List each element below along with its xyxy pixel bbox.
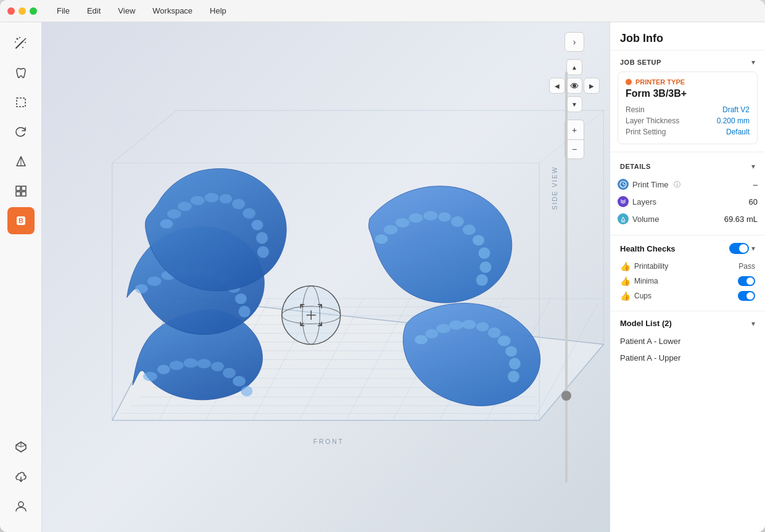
svg-line-17 bbox=[21, 445, 26, 447]
print-setting-label: Print Setting bbox=[626, 128, 666, 136]
print-time-row: Print Time ⓘ – bbox=[618, 176, 758, 193]
wand-tool-button[interactable] bbox=[7, 30, 35, 57]
printability-label: Printability bbox=[634, 262, 668, 271]
svg-point-69 bbox=[488, 327, 501, 338]
health-checks-header: Health Checks ▾ bbox=[618, 238, 758, 259]
svg-point-101 bbox=[219, 194, 232, 203]
svg-point-75 bbox=[147, 277, 162, 286]
tooth-tool-button[interactable] bbox=[7, 59, 35, 86]
minima-toggle[interactable] bbox=[738, 276, 755, 286]
svg-point-82 bbox=[235, 293, 247, 304]
layer-thickness-label: Layer Thickness bbox=[626, 117, 679, 125]
cups-label: Cups bbox=[634, 292, 651, 300]
details-chevron: ▾ bbox=[751, 162, 755, 171]
close-button[interactable] bbox=[7, 7, 15, 15]
window-controls bbox=[7, 7, 37, 15]
job-setup-chevron: ▾ bbox=[751, 58, 755, 67]
cups-icon: 👍 bbox=[620, 291, 631, 301]
svg-text:B: B bbox=[19, 217, 23, 224]
svg-point-88 bbox=[423, 211, 437, 220]
svg-rect-10 bbox=[16, 186, 20, 190]
layout-tool-button[interactable] bbox=[7, 178, 35, 205]
health-checks-section: Health Checks ▾ 👍 Printability Pass bbox=[610, 238, 765, 308]
svg-point-95 bbox=[476, 274, 488, 286]
svg-point-64 bbox=[425, 329, 438, 338]
panel-title: Job Info bbox=[610, 22, 765, 51]
minima-icon: 👍 bbox=[620, 276, 631, 286]
layers-row: Layers 60 bbox=[618, 193, 758, 210]
layer-slider[interactable] bbox=[560, 72, 573, 483]
cube-view-button[interactable] bbox=[7, 433, 35, 460]
layers-icon bbox=[618, 196, 629, 207]
svg-point-61 bbox=[233, 376, 246, 387]
layer-thickness-value[interactable]: 0.200 mm bbox=[717, 117, 750, 125]
svg-point-74 bbox=[135, 284, 148, 293]
job-setup-section[interactable]: JOB SETUP ▾ bbox=[610, 51, 765, 72]
svg-text:FRONT: FRONT bbox=[313, 438, 344, 445]
svg-rect-13 bbox=[22, 192, 26, 196]
cups-toggle[interactable] bbox=[738, 291, 755, 301]
model-list-header[interactable]: Model List (2) ▾ bbox=[618, 314, 758, 333]
support-tool-button[interactable] bbox=[7, 148, 35, 175]
app-window: File Edit View Workspace Help bbox=[0, 0, 765, 532]
svg-point-103 bbox=[242, 208, 255, 219]
health-checks-toggle[interactable] bbox=[729, 243, 749, 254]
health-chevron: ▾ bbox=[751, 244, 755, 253]
minimize-button[interactable] bbox=[19, 7, 26, 15]
health-checks-title: Health Checks bbox=[620, 244, 676, 253]
svg-point-67 bbox=[462, 320, 476, 329]
layers-label: Layers bbox=[632, 197, 656, 207]
details-label: DETAILS bbox=[620, 163, 651, 170]
svg-point-2 bbox=[16, 38, 18, 40]
nav-controls: › ▲ ◀ ▶ ▼ + bbox=[549, 32, 600, 159]
menu-workspace[interactable]: Workspace bbox=[150, 5, 195, 17]
printer-type-label: PRINTER TYPE bbox=[626, 78, 750, 86]
svg-point-3 bbox=[15, 41, 16, 43]
svg-point-55 bbox=[157, 365, 170, 374]
details-section-header[interactable]: DETAILS ▾ bbox=[610, 155, 765, 176]
model-item-2[interactable]: Patient A - Upper bbox=[618, 350, 758, 366]
account-button[interactable] bbox=[7, 493, 35, 520]
svg-point-87 bbox=[409, 213, 423, 223]
svg-point-92 bbox=[473, 235, 484, 245]
resin-value[interactable]: Draft V2 bbox=[722, 105, 750, 114]
svg-point-65 bbox=[436, 324, 450, 333]
preform-button[interactable]: B bbox=[7, 207, 35, 234]
svg-point-90 bbox=[451, 216, 464, 227]
nav-right-button[interactable]: ▶ bbox=[584, 78, 600, 94]
svg-line-116 bbox=[623, 184, 625, 185]
menu-view[interactable]: View bbox=[115, 5, 138, 17]
select-tool-button[interactable] bbox=[7, 89, 35, 116]
svg-rect-11 bbox=[22, 186, 26, 190]
print-setting-row: Print Setting Default bbox=[626, 126, 750, 137]
rotate-tool-button[interactable] bbox=[7, 118, 35, 145]
svg-point-113 bbox=[573, 84, 576, 88]
svg-point-6 bbox=[22, 47, 23, 48]
resin-label: Resin bbox=[626, 105, 645, 114]
expand-viewport-button[interactable]: › bbox=[564, 32, 584, 52]
svg-point-56 bbox=[170, 361, 184, 370]
svg-point-4 bbox=[19, 37, 20, 38]
print-setting-value[interactable]: Default bbox=[726, 128, 750, 136]
menu-edit[interactable]: Edit bbox=[85, 5, 103, 17]
cloud-button[interactable] bbox=[7, 463, 35, 490]
svg-point-86 bbox=[395, 218, 410, 227]
printability-value: Pass bbox=[738, 262, 755, 271]
svg-point-98 bbox=[178, 202, 192, 211]
model-list-chevron: ▾ bbox=[751, 319, 755, 328]
main-layout: B bbox=[0, 22, 765, 532]
3d-scene: SIDE VIEW bbox=[42, 22, 610, 532]
resin-row: Resin Draft V2 bbox=[626, 104, 750, 115]
menu-help[interactable]: Help bbox=[207, 5, 229, 17]
maximize-button[interactable] bbox=[30, 7, 37, 15]
details-content: Print Time ⓘ – Laye bbox=[610, 176, 765, 232]
viewport[interactable]: SIDE VIEW bbox=[42, 22, 610, 532]
volume-icon bbox=[618, 213, 629, 224]
model-item-1[interactable]: Patient A - Lower bbox=[618, 333, 758, 350]
svg-point-104 bbox=[252, 220, 263, 231]
svg-point-63 bbox=[415, 335, 428, 344]
volume-row: Volume 69.63 mL bbox=[618, 210, 758, 227]
menu-file[interactable]: File bbox=[54, 5, 72, 17]
printer-dot bbox=[626, 79, 632, 85]
svg-line-1 bbox=[23, 38, 26, 41]
